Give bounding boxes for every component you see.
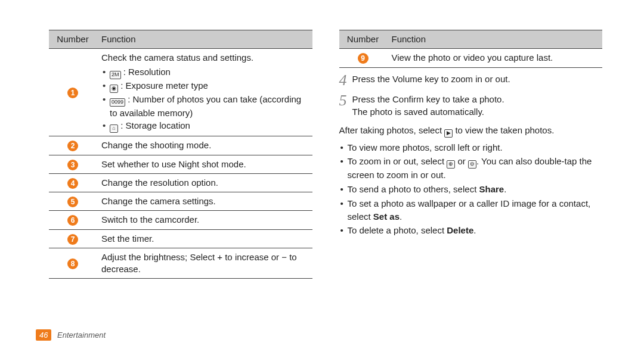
row-number-cell: 8 bbox=[49, 248, 95, 279]
function-table-right: Number Function 9View the photo or video… bbox=[339, 30, 603, 68]
row-number-cell: 9 bbox=[339, 49, 386, 67]
row-lead-text: Check the camera status and settings. bbox=[101, 52, 308, 64]
table-row: 8Adjust the brightness; Select + to incr… bbox=[49, 248, 312, 279]
tips-item: To delete a photo, select Delete. bbox=[339, 224, 603, 237]
number-badge: 4 bbox=[67, 178, 78, 189]
table-row: 5Change the camera settings. bbox=[49, 192, 312, 211]
page-footer: 46 Entertainment bbox=[36, 329, 106, 341]
sublist-item-text: : Storage location bbox=[118, 120, 190, 130]
after-photo-note: After taking photos, select ▶ to view th… bbox=[339, 124, 603, 138]
th-function: Function bbox=[386, 30, 603, 49]
table-row: 7Set the timer. bbox=[49, 229, 312, 248]
row-function-cell: Change the resolution option. bbox=[95, 173, 312, 192]
table-row: 6Switch to the camcorder. bbox=[49, 211, 312, 229]
storage-location-icon: ⌂ bbox=[110, 124, 118, 133]
after-note-lead-b: to view the taken photos. bbox=[455, 125, 554, 135]
tips-item: To zoom in or out, select ⊕ or ⊖. You ca… bbox=[339, 155, 603, 182]
resolution-2m-icon: 2M bbox=[110, 71, 121, 79]
tips-item: To set a photo as wallpaper or a caller … bbox=[339, 197, 603, 223]
sublist-item-text: : Resolution bbox=[121, 67, 171, 77]
number-badge: 6 bbox=[67, 215, 78, 226]
row-function-cell: Change the camera settings. bbox=[95, 192, 312, 211]
step-number: 4 bbox=[339, 73, 352, 88]
row-function-cell: Set the timer. bbox=[95, 229, 312, 248]
row-function-cell: Change the shooting mode. bbox=[95, 136, 312, 155]
row-number-cell: 4 bbox=[49, 173, 95, 192]
tips-item: To send a photo to others, select Share. bbox=[339, 183, 603, 196]
tips-item: To view more photos, scroll left or righ… bbox=[339, 141, 603, 154]
right-column: Number Function 9View the photo or video… bbox=[339, 30, 603, 279]
step: 4Press the Volume key to zoom in or out. bbox=[339, 73, 603, 88]
remaining-shots-counter-icon: 0099 bbox=[110, 98, 125, 107]
row-number-cell: 6 bbox=[49, 211, 95, 229]
row-number-cell: 2 bbox=[49, 136, 95, 155]
table-row: 3Set whether to use Night shot mode. bbox=[49, 155, 312, 173]
action-bold-label: Share bbox=[479, 184, 504, 194]
sublist-item-text: : Number of photos you can take (accordi… bbox=[110, 94, 301, 118]
th-number: Number bbox=[49, 30, 95, 49]
number-badge: 9 bbox=[358, 53, 369, 64]
action-bold-label: Set as bbox=[373, 211, 400, 222]
section-name: Entertainment bbox=[57, 331, 106, 339]
zoom-out-icon: ⊖ bbox=[468, 160, 476, 169]
row-sublist-item: 0099 : Number of photos you can take (ac… bbox=[101, 93, 308, 120]
row-function-cell: Set whether to use Night shot mode. bbox=[95, 155, 312, 173]
table-row: 4Change the resolution option. bbox=[49, 173, 312, 192]
action-bold-label: Delete bbox=[447, 225, 473, 235]
row-sublist-item: 2M : Resolution bbox=[101, 66, 308, 79]
page: Number Function 1Check the camera status… bbox=[0, 0, 644, 297]
table-row: 1Check the camera status and settings.2M… bbox=[49, 49, 312, 136]
number-badge: 1 bbox=[67, 88, 78, 98]
play-icon: ▶ bbox=[444, 129, 453, 138]
row-number-cell: 7 bbox=[49, 229, 95, 248]
row-sublist-item: ⌂ : Storage location bbox=[101, 119, 308, 133]
row-function-cell: Switch to the camcorder. bbox=[95, 211, 312, 229]
step-text: Press the Confirm key to take a photo.Th… bbox=[352, 93, 603, 118]
zoom-in-icon: ⊕ bbox=[447, 160, 455, 169]
after-note-lead-a: After taking photos, select bbox=[339, 125, 445, 135]
row-function-cell: View the photo or video you capture last… bbox=[386, 49, 603, 67]
table-row: 9View the photo or video you capture las… bbox=[339, 49, 603, 67]
number-badge: 5 bbox=[67, 197, 78, 207]
row-sublist: 2M : Resolution◉ : Exposure meter type00… bbox=[101, 66, 308, 133]
th-number: Number bbox=[339, 30, 386, 49]
row-number-cell: 1 bbox=[49, 49, 95, 136]
instruction-steps: 4Press the Volume key to zoom in or out.… bbox=[339, 73, 603, 118]
number-badge: 8 bbox=[67, 258, 78, 269]
number-badge: 2 bbox=[67, 141, 78, 151]
row-sublist-item: ◉ : Exposure meter type bbox=[101, 79, 308, 93]
table-row: 2Change the shooting mode. bbox=[49, 136, 312, 155]
th-function: Function bbox=[95, 30, 312, 49]
row-number-cell: 3 bbox=[49, 155, 95, 173]
row-number-cell: 5 bbox=[49, 192, 95, 211]
row-function-cell: Adjust the brightness; Select + to incre… bbox=[95, 248, 312, 279]
step-text: Press the Volume key to zoom in or out. bbox=[352, 73, 603, 85]
page-number: 46 bbox=[36, 329, 51, 341]
exposure-meter-icon: ◉ bbox=[110, 85, 118, 93]
number-badge: 3 bbox=[67, 160, 78, 170]
sublist-item-text: : Exposure meter type bbox=[118, 80, 208, 91]
tips-list: To view more photos, scroll left or righ… bbox=[339, 141, 603, 238]
left-column: Number Function 1Check the camera status… bbox=[49, 30, 312, 279]
step: 5Press the Confirm key to take a photo.T… bbox=[339, 93, 603, 118]
step-number: 5 bbox=[339, 93, 352, 108]
function-table-left: Number Function 1Check the camera status… bbox=[49, 30, 312, 279]
number-badge: 7 bbox=[67, 234, 78, 245]
row-function-cell: Check the camera status and settings.2M … bbox=[95, 49, 312, 136]
